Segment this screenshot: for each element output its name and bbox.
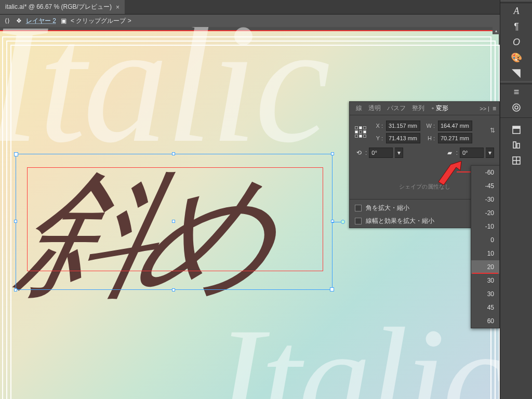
dropdown-item[interactable]: 10 [471,247,499,260]
document-tab-title: italic.ai* @ 66.67 % (RGB/プレビュー) [5,3,112,11]
tab-transparency[interactable]: 透明 [365,104,384,113]
swatch-fill-icon[interactable] [500,65,532,81]
tab-transform[interactable]: 変形 [429,104,451,113]
close-tab-icon[interactable]: × [116,4,119,11]
svg-rect-5 [517,143,520,148]
dropdown-item[interactable]: -30 [471,193,499,206]
panel-menu-icon[interactable]: ≡ [493,105,496,112]
document-tab[interactable]: italic.ai* @ 66.67 % (RGB/プレビュー) × [0,0,125,14]
svg-rect-4 [513,142,516,148]
x-input[interactable]: 31.157 mm [386,121,420,131]
scale-corners-label: 角を拡大・縮小 [366,204,409,212]
dropdown-item[interactable]: -45 [471,179,499,193]
dropdown-item[interactable]: 60 [471,314,499,328]
reference-point-grid[interactable] [355,126,368,138]
scroll-up-icon[interactable]: ▴ [493,27,500,34]
rotate-handle[interactable] [332,222,342,222]
transform-grid: X : 31.157 mm W : 164.47 mm Y : 71.413 m… [350,115,499,145]
selection-bounding-box[interactable] [16,154,332,290]
gradient-icon[interactable] [500,100,532,115]
rotate-icon: ⟲ [355,149,363,157]
color-themes-icon[interactable]: ≡ [500,84,532,100]
shear-dropdown-list: -60 -45 -30 -20 -10 0 10 20 30 30 45 60 [471,165,500,328]
panel-expand-icon[interactable]: >> | [480,105,489,112]
rotate-dropdown-icon[interactable]: ▾ [395,148,403,158]
svg-rect-3 [513,126,520,128]
h-label: H : [423,135,435,141]
paragraph-icon[interactable]: ¶ [500,19,532,34]
transform-icon[interactable] [500,153,532,168]
dropdown-item[interactable]: -60 [471,166,499,179]
tab-align[interactable]: 整列 [409,104,428,113]
back-icon[interactable]: ⟨⟩ [3,17,11,25]
dropdown-item[interactable]: 0 [471,233,499,247]
y-input[interactable]: 71.413 mm [386,133,420,143]
svg-rect-2 [513,128,520,134]
type-icon[interactable]: A [500,3,532,19]
dropdown-item[interactable]: -10 [471,220,499,233]
transparency-icon[interactable] [500,117,532,137]
rotate-input[interactable]: 0° [369,148,393,158]
annotation-underline [472,273,498,274]
shear-icon: ▰ [446,149,454,157]
breadcrumb: ⟨⟩ ❖ レイヤー 2 ▣ < クリップグループ > [0,15,500,27]
dropdown-item[interactable]: 30 [471,287,499,301]
checkbox-icon [355,205,362,211]
document-tabs: italic.ai* @ 66.67 % (RGB/プレビュー) × [0,0,532,15]
opentype-icon[interactable]: O [500,34,532,50]
tab-stroke[interactable]: 線 [353,104,365,113]
y-label: Y : [371,135,383,141]
scale-strokes-label: 線幅と効果を拡大・縮小 [366,217,434,225]
breadcrumb-layer[interactable]: レイヤー 2 [26,17,56,25]
shear-dropdown-icon[interactable]: ▾ [486,148,494,158]
dropdown-item[interactable]: -20 [471,206,499,220]
x-label: X : [371,123,383,129]
svg-point-1 [515,106,518,109]
checkbox-icon [355,218,362,224]
shear-input[interactable]: 0° [460,148,484,158]
constrain-proportions-icon[interactable]: ⇅ [490,127,495,134]
dropdown-item[interactable]: 20 [471,260,499,274]
h-input[interactable]: 70.271 mm [438,133,472,143]
breadcrumb-group[interactable]: < クリップグループ > [71,17,131,25]
color-icon[interactable]: 🎨 [500,50,532,65]
dropdown-item[interactable]: 45 [471,301,499,314]
w-label: W : [423,123,435,129]
layers-icon[interactable]: ❖ [15,17,23,25]
svg-point-0 [513,104,520,111]
tab-pathfinder[interactable]: パスフ [384,104,409,113]
w-input[interactable]: 164.47 mm [438,121,472,131]
align-icon[interactable] [500,137,532,153]
panel-tabs: 線 透明 パスフ 整列 変形 >> | ≡ [350,102,499,115]
background-text: Italic [216,295,500,399]
panel-dock: A ¶ O 🎨 ≡ [500,0,532,399]
clip-group-icon: ▣ [59,17,68,25]
annotation-arrow [436,161,464,189]
